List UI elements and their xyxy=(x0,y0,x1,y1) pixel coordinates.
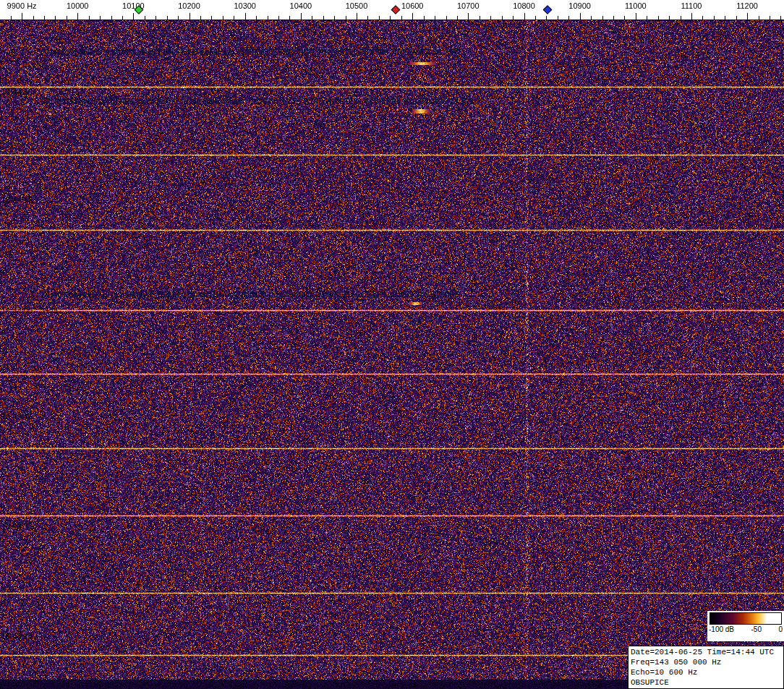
minor-tick xyxy=(145,16,145,20)
major-tick xyxy=(77,13,78,20)
minor-tick xyxy=(268,16,268,20)
minor-tick xyxy=(424,16,425,20)
frequency-ruler: 9900 Hz100001010010200103001040010500106… xyxy=(0,0,784,20)
major-tick xyxy=(524,13,525,20)
freq-tick-label: 10500 xyxy=(346,1,368,10)
minor-tick xyxy=(33,16,34,20)
spectrogram-app: 9900 Hz100001010010200103001040010500106… xyxy=(0,0,784,689)
minor-tick xyxy=(457,16,458,20)
minor-tick xyxy=(167,16,168,20)
minor-tick xyxy=(312,16,312,20)
major-tick xyxy=(357,13,357,20)
major-tick xyxy=(636,13,636,20)
minor-tick xyxy=(122,16,123,20)
freq-tick-label: 10300 xyxy=(234,1,256,10)
minor-tick xyxy=(256,16,257,20)
freq-tick-label: 10200 xyxy=(178,1,200,10)
minor-tick xyxy=(669,16,670,20)
blue-freq-marker[interactable] xyxy=(543,5,553,14)
info-date-line: Date=2014-06-25 Time=14:44 UTC xyxy=(631,647,781,657)
minor-tick xyxy=(546,16,547,20)
freq-tick-label: 11000 xyxy=(625,1,647,10)
minor-tick xyxy=(490,16,491,20)
info-echo-line: Echo=10 600 Hz xyxy=(631,667,781,677)
minor-tick xyxy=(591,16,592,20)
minor-tick xyxy=(759,16,759,20)
minor-tick xyxy=(736,16,737,20)
minor-tick xyxy=(480,16,480,20)
minor-tick xyxy=(702,16,703,20)
minor-tick xyxy=(446,16,447,20)
major-tick xyxy=(412,13,413,20)
db-gradient-bar xyxy=(710,612,782,625)
minor-tick xyxy=(200,16,201,20)
minor-tick xyxy=(334,16,335,20)
info-box: Date=2014-06-25 Time=14:44 UTC Freq=143 … xyxy=(628,646,784,689)
minor-tick xyxy=(211,16,212,20)
minor-tick xyxy=(67,16,67,20)
minor-tick xyxy=(155,16,156,20)
freq-tick-label: 10600 xyxy=(401,1,424,10)
minor-tick xyxy=(435,16,435,20)
db-legend-labels: -100 dB -50 0 xyxy=(707,625,784,633)
minor-tick xyxy=(44,16,45,20)
minor-tick xyxy=(111,16,112,20)
minor-tick xyxy=(89,16,90,20)
minor-tick xyxy=(100,16,101,20)
minor-tick xyxy=(390,16,391,20)
minor-tick xyxy=(535,16,536,20)
minor-tick xyxy=(780,16,781,20)
legend-min-label: -100 dB xyxy=(709,625,734,633)
freq-tick-label: 10000 xyxy=(67,1,89,10)
minor-tick xyxy=(558,16,558,20)
info-station-line: OBSUPICE xyxy=(631,677,781,688)
minor-tick xyxy=(323,16,324,20)
major-tick xyxy=(133,13,134,20)
major-tick xyxy=(22,13,22,20)
freq-tick-label: 10900 xyxy=(568,1,591,10)
minor-tick xyxy=(613,16,614,20)
minor-tick xyxy=(234,16,234,20)
major-tick xyxy=(245,13,246,20)
db-color-legend: -100 dB -50 0 xyxy=(707,611,784,641)
major-tick xyxy=(189,13,190,20)
minor-tick xyxy=(658,16,659,20)
legend-mid-label: -50 xyxy=(751,625,762,633)
minor-tick xyxy=(681,16,681,20)
minor-tick xyxy=(178,16,179,20)
minor-tick xyxy=(278,16,279,20)
info-freq-line: Freq=143 050 000 Hz xyxy=(631,657,781,667)
major-tick xyxy=(747,13,748,20)
minor-tick xyxy=(513,16,514,20)
major-tick xyxy=(580,13,581,20)
minor-tick xyxy=(289,16,290,20)
minor-tick xyxy=(11,16,12,20)
major-tick xyxy=(468,13,469,20)
spectrogram-canvas xyxy=(0,20,784,689)
minor-tick xyxy=(647,16,647,20)
major-tick xyxy=(301,13,302,20)
minor-tick xyxy=(568,16,569,20)
minor-tick xyxy=(223,16,223,20)
minor-tick xyxy=(770,16,770,20)
minor-tick xyxy=(624,16,625,20)
minor-tick xyxy=(714,16,715,20)
red-freq-marker[interactable] xyxy=(391,5,401,14)
freq-tick-label: 11100 xyxy=(681,1,702,10)
minor-tick xyxy=(401,16,402,20)
major-tick xyxy=(691,13,692,20)
minor-tick xyxy=(725,16,725,20)
minor-tick xyxy=(367,16,368,20)
freq-tick-label: 10800 xyxy=(513,1,535,10)
minor-tick xyxy=(502,16,503,20)
freq-tick-label: 11200 xyxy=(736,1,758,10)
minor-tick xyxy=(379,16,380,20)
minor-tick xyxy=(55,16,56,20)
legend-max-label: 0 xyxy=(778,625,783,633)
minor-tick xyxy=(346,16,346,20)
freq-tick-label: 10400 xyxy=(290,1,312,10)
freq-tick-label: 9900 Hz xyxy=(7,1,37,10)
freq-tick-label: 10700 xyxy=(457,1,480,10)
minor-tick xyxy=(602,16,603,20)
